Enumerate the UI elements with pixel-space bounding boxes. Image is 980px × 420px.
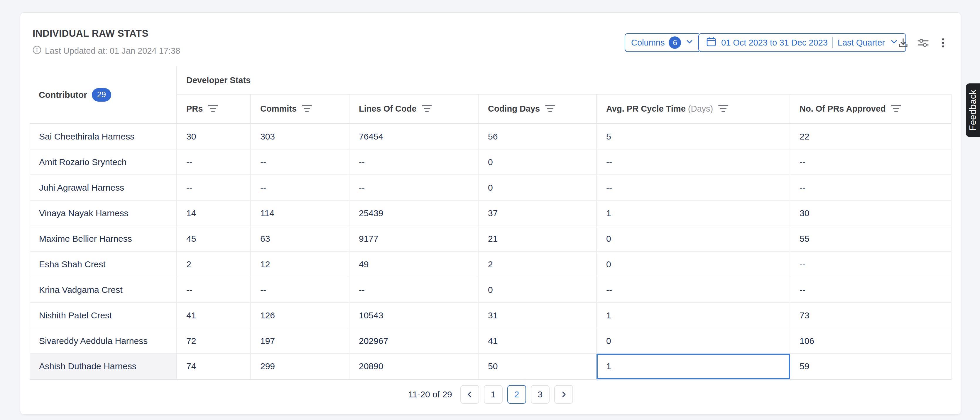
- next-page-button[interactable]: [554, 385, 573, 404]
- stat-cell[interactable]: --: [790, 175, 951, 200]
- contributor-cell[interactable]: Ashish Duthade Harness: [30, 354, 177, 379]
- stat-cell[interactable]: 30: [790, 200, 951, 226]
- contributor-cell[interactable]: Sivareddy Aeddula Harness: [30, 328, 177, 354]
- contributor-cell[interactable]: Maxime Bellier Harness: [30, 226, 177, 251]
- stat-cell[interactable]: 12: [251, 251, 349, 277]
- stat-cell[interactable]: 31: [478, 302, 597, 328]
- contributor-cell[interactable]: Sai Cheethirala Harness: [30, 124, 177, 149]
- stat-cell[interactable]: 41: [478, 328, 597, 354]
- stat-cell[interactable]: 30: [177, 124, 251, 149]
- stat-cell[interactable]: --: [349, 277, 478, 302]
- stat-cell[interactable]: --: [597, 175, 790, 200]
- stat-cell[interactable]: 72: [177, 328, 251, 354]
- column-header-prs: PRs: [177, 94, 251, 124]
- feedback-tab-label: Feedback: [968, 89, 978, 131]
- stat-cell[interactable]: 1: [597, 200, 790, 226]
- stat-cell[interactable]: 55: [790, 226, 951, 251]
- last-updated-text: Last Updated at: 01 Jan 2024 17:38: [45, 46, 180, 56]
- stat-cell[interactable]: 126: [251, 302, 349, 328]
- page-title: INDIVIDUAL RAW STATS: [33, 28, 148, 39]
- page-button-2[interactable]: 2: [508, 385, 526, 404]
- stat-cell[interactable]: 59: [790, 354, 951, 379]
- info-icon: [33, 46, 41, 56]
- stat-cell[interactable]: 41: [177, 302, 251, 328]
- stat-cell[interactable]: --: [790, 277, 951, 302]
- stat-cell[interactable]: --: [597, 277, 790, 302]
- stat-cell[interactable]: 197: [251, 328, 349, 354]
- sliders-icon[interactable]: [915, 35, 931, 51]
- stat-cell[interactable]: 0: [478, 149, 597, 175]
- stat-cell[interactable]: 2: [177, 251, 251, 277]
- stat-cell[interactable]: 0: [478, 277, 597, 302]
- stat-cell[interactable]: 22: [790, 124, 951, 149]
- stat-cell[interactable]: --: [349, 175, 478, 200]
- filter-icon[interactable]: [208, 105, 218, 112]
- column-header-no-of-prs-approved: No. Of PRs Approved: [790, 94, 951, 124]
- stat-cell[interactable]: --: [177, 149, 251, 175]
- stat-cell[interactable]: --: [597, 149, 790, 175]
- stat-cell[interactable]: 14: [177, 200, 251, 226]
- columns-button[interactable]: Columns 6: [625, 33, 700, 52]
- stat-cell[interactable]: 1: [597, 302, 790, 328]
- stat-cell[interactable]: 1: [597, 354, 790, 379]
- stat-cell[interactable]: --: [177, 277, 251, 302]
- table-row: Vinaya Nayak Harness141142543937130: [30, 200, 951, 226]
- stat-cell[interactable]: 0: [597, 328, 790, 354]
- stat-cell[interactable]: --: [790, 251, 951, 277]
- table-row: Maxime Bellier Harness4563917721055: [30, 226, 951, 251]
- stat-cell[interactable]: 9177: [349, 226, 478, 251]
- filter-icon[interactable]: [545, 105, 555, 112]
- stat-cell[interactable]: 303: [251, 124, 349, 149]
- contributor-cell[interactable]: Vinaya Nayak Harness: [30, 200, 177, 226]
- stat-cell[interactable]: 74: [177, 354, 251, 379]
- stat-cell[interactable]: 76454: [349, 124, 478, 149]
- contributor-cell[interactable]: Krina Vadgama Crest: [30, 277, 177, 302]
- date-range-divider: [832, 37, 833, 48]
- stat-cell[interactable]: 202967: [349, 328, 478, 354]
- stat-cell[interactable]: 20890: [349, 354, 478, 379]
- filter-icon[interactable]: [891, 105, 901, 112]
- filter-icon[interactable]: [422, 105, 432, 112]
- stat-cell[interactable]: 10543: [349, 302, 478, 328]
- stat-cell[interactable]: --: [251, 149, 349, 175]
- previous-page-button[interactable]: [460, 385, 479, 404]
- stat-cell[interactable]: 63: [251, 226, 349, 251]
- feedback-tab[interactable]: Feedback: [966, 83, 980, 137]
- stat-cell[interactable]: 49: [349, 251, 478, 277]
- stat-cell[interactable]: 50: [478, 354, 597, 379]
- stat-cell[interactable]: 56: [478, 124, 597, 149]
- page-button-3[interactable]: 3: [531, 385, 550, 404]
- stat-cell[interactable]: 0: [597, 251, 790, 277]
- contributor-cell[interactable]: Juhi Agrawal Harness: [30, 175, 177, 200]
- stat-cell[interactable]: 0: [597, 226, 790, 251]
- stat-cell[interactable]: 0: [478, 175, 597, 200]
- stat-cell[interactable]: 5: [597, 124, 790, 149]
- table-row: Sai Cheethirala Harness303037645456522: [30, 124, 951, 149]
- stat-cell[interactable]: --: [790, 149, 951, 175]
- stat-cell[interactable]: --: [251, 277, 349, 302]
- stat-cell[interactable]: 2: [478, 251, 597, 277]
- table-row: Amit Rozario Sryntech------0----: [30, 149, 951, 175]
- kebab-menu-icon[interactable]: [935, 35, 951, 51]
- stat-cell[interactable]: --: [251, 175, 349, 200]
- date-range-text: 01 Oct 2023 to 31 Dec 2023: [721, 38, 828, 48]
- stat-cell[interactable]: 37: [478, 200, 597, 226]
- column-header-avg-pr-cycle-time: Avg. PR Cycle Time (Days): [597, 94, 790, 124]
- stat-cell[interactable]: 106: [790, 328, 951, 354]
- date-range-button[interactable]: 01 Oct 2023 to 31 Dec 2023 Last Quarter: [698, 33, 906, 52]
- stat-cell[interactable]: 25439: [349, 200, 478, 226]
- stat-cell[interactable]: 21: [478, 226, 597, 251]
- contributor-cell[interactable]: Amit Rozario Sryntech: [30, 149, 177, 175]
- stat-cell[interactable]: 299: [251, 354, 349, 379]
- filter-icon[interactable]: [302, 105, 312, 112]
- page-button-1[interactable]: 1: [484, 385, 503, 404]
- contributor-cell[interactable]: Esha Shah Crest: [30, 251, 177, 277]
- download-icon[interactable]: [895, 35, 911, 51]
- stat-cell[interactable]: 73: [790, 302, 951, 328]
- stat-cell[interactable]: 114: [251, 200, 349, 226]
- stat-cell[interactable]: --: [349, 149, 478, 175]
- filter-icon[interactable]: [718, 105, 728, 112]
- contributor-cell[interactable]: Nishith Patel Crest: [30, 302, 177, 328]
- stat-cell[interactable]: 45: [177, 226, 251, 251]
- stat-cell[interactable]: --: [177, 175, 251, 200]
